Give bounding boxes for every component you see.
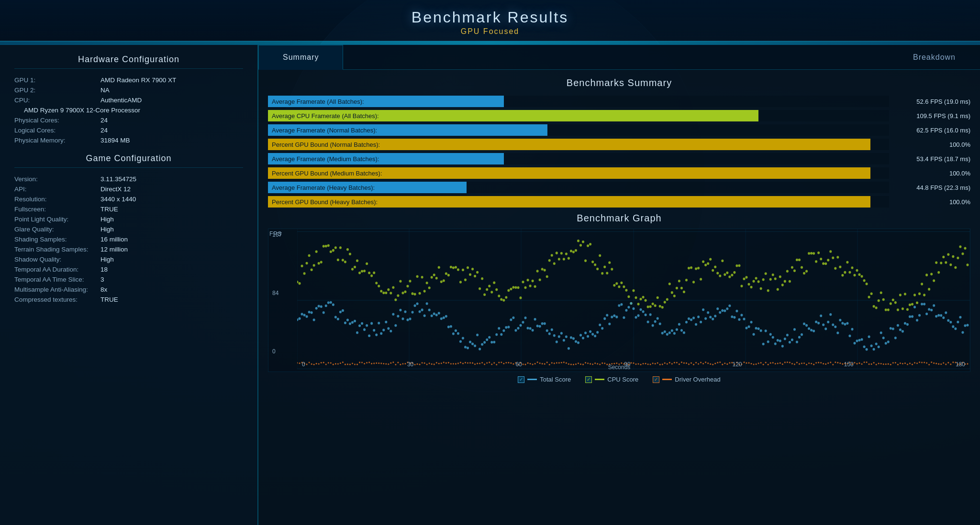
svg-point-43 xyxy=(375,282,378,284)
svg-point-400 xyxy=(560,332,563,335)
svg-point-224 xyxy=(810,252,813,255)
svg-point-357 xyxy=(457,332,459,335)
svg-point-116 xyxy=(551,254,553,257)
svg-point-511 xyxy=(827,321,829,324)
svg-point-327 xyxy=(385,321,387,324)
benchmark-row: Average Framerate (Medium Batches):53.4 … xyxy=(268,153,970,165)
svg-point-392 xyxy=(541,322,544,325)
svg-point-338 xyxy=(412,311,414,314)
svg-point-240 xyxy=(848,271,851,274)
svg-point-56 xyxy=(406,285,409,288)
legend-checkbox[interactable]: ✓ xyxy=(653,376,659,383)
svg-point-322 xyxy=(373,329,375,332)
svg-point-291 xyxy=(299,317,301,320)
benchmark-row: Percent GPU Bound (Normal Batches):100.0… xyxy=(268,138,970,151)
svg-point-353 xyxy=(447,326,450,328)
svg-point-88 xyxy=(483,293,486,296)
svg-point-528 xyxy=(868,336,870,339)
benchmark-row: Average Framerate (Heavy Batches):44.8 F… xyxy=(268,181,970,194)
hardware-config-row: Logical Cores:24 xyxy=(14,127,243,134)
svg-point-328 xyxy=(387,327,390,330)
svg-point-14 xyxy=(306,262,308,265)
svg-point-140 xyxy=(608,261,611,264)
svg-point-174 xyxy=(690,266,692,269)
svg-point-513 xyxy=(832,324,834,327)
svg-point-266 xyxy=(911,303,913,306)
svg-point-236 xyxy=(839,266,841,269)
svg-point-356 xyxy=(455,329,457,332)
svg-point-536 xyxy=(887,340,890,343)
svg-point-425 xyxy=(620,303,623,306)
svg-point-260 xyxy=(897,308,899,311)
svg-point-499 xyxy=(798,336,801,339)
svg-point-402 xyxy=(565,335,568,338)
svg-point-228 xyxy=(820,258,822,261)
svg-point-214 xyxy=(786,270,789,273)
svg-point-45 xyxy=(380,290,382,293)
svg-point-500 xyxy=(801,333,803,336)
game-config-label: Terrain Shading Samples: xyxy=(14,246,100,253)
svg-point-84 xyxy=(474,275,476,278)
svg-point-24 xyxy=(330,251,332,253)
svg-point-518 xyxy=(844,323,846,326)
svg-point-297 xyxy=(313,318,315,321)
legend-item: ✓Driver Overhead xyxy=(653,376,720,383)
svg-point-448 xyxy=(676,328,678,331)
svg-point-177 xyxy=(697,267,700,270)
benchmark-bar: Percent GPU Bound (Normal Batches): xyxy=(268,139,870,150)
svg-point-360 xyxy=(464,346,467,349)
svg-point-162 xyxy=(661,306,664,309)
svg-point-373 xyxy=(495,333,498,336)
tab-summary[interactable]: Summary xyxy=(258,45,343,70)
svg-point-225 xyxy=(813,252,815,255)
svg-point-188 xyxy=(724,273,726,276)
svg-point-554 xyxy=(930,309,933,312)
svg-point-57 xyxy=(409,280,411,283)
game-config-row: Temporal AA Duration:18 xyxy=(14,266,243,273)
tab-breakdown[interactable]: Breakdown xyxy=(889,45,980,70)
benchmark-bar-container: Percent GPU Bound (Heavy Batches): xyxy=(268,196,889,208)
svg-point-82 xyxy=(469,273,471,276)
graph-x-labels: 0306090120150180 xyxy=(297,357,970,372)
svg-point-408 xyxy=(579,334,582,337)
svg-point-60 xyxy=(416,275,419,278)
svg-point-340 xyxy=(416,303,419,306)
svg-point-66 xyxy=(431,276,433,279)
svg-point-68 xyxy=(435,277,438,280)
svg-point-502 xyxy=(805,324,808,327)
svg-point-493 xyxy=(784,338,786,340)
svg-point-388 xyxy=(532,329,534,332)
svg-point-189 xyxy=(726,272,728,274)
svg-point-22 xyxy=(325,245,327,248)
benchmark-bar: Average CPU Framerate (All Batches): xyxy=(268,110,758,121)
svg-point-166 xyxy=(671,291,673,294)
game-config-value: 8x xyxy=(100,286,107,293)
svg-point-381 xyxy=(514,329,517,332)
svg-point-119 xyxy=(558,258,560,261)
svg-point-139 xyxy=(606,272,608,275)
game-config-row: Version:3.11.354725 xyxy=(14,175,243,183)
game-config-label: Shadow Quality: xyxy=(14,256,100,263)
legend-checkbox[interactable]: ✓ xyxy=(518,376,524,383)
legend-checkbox[interactable]: ✓ xyxy=(585,376,592,383)
svg-point-198 xyxy=(748,283,750,286)
y-mid: 84 xyxy=(272,290,293,296)
svg-point-449 xyxy=(678,323,680,326)
svg-point-185 xyxy=(716,272,719,274)
svg-point-284 xyxy=(954,266,957,269)
benchmark-value: 52.6 FPS (19.0 ms) xyxy=(894,98,970,105)
benchmark-bar: Average Framerate (Normal Batches): xyxy=(268,124,547,136)
svg-point-96 xyxy=(502,299,505,302)
svg-point-469 xyxy=(726,307,728,310)
benchmarks-summary-title: Benchmarks Summary xyxy=(268,77,970,88)
svg-point-246 xyxy=(863,279,866,282)
svg-point-303 xyxy=(327,301,330,304)
svg-point-70 xyxy=(440,280,443,283)
svg-point-113 xyxy=(544,269,546,272)
svg-point-446 xyxy=(671,329,673,332)
game-config-row: Resolution:3440 x 1440 xyxy=(14,196,243,203)
svg-point-490 xyxy=(777,339,779,342)
svg-point-329 xyxy=(390,330,392,333)
svg-point-398 xyxy=(556,340,558,343)
svg-point-250 xyxy=(873,305,875,308)
